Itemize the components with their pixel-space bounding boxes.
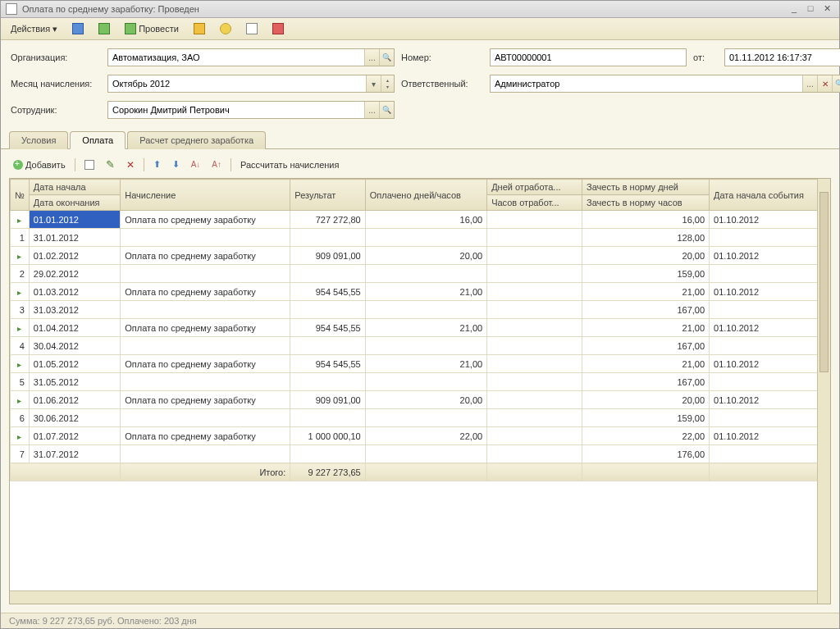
cell-paid[interactable]: 22,00: [365, 427, 486, 445]
cell-date-start[interactable]: 01.01.2012: [29, 211, 120, 229]
cell-hours-worked[interactable]: [487, 301, 582, 319]
cell-days-worked[interactable]: [487, 391, 582, 409]
cell-norm-hours[interactable]: 167,00: [582, 301, 710, 319]
cell-accrual[interactable]: Оплата по среднему заработку: [121, 355, 290, 373]
dropdown-button[interactable]: [366, 75, 381, 92]
table-row[interactable]: 331.03.2012167,00: [11, 301, 830, 319]
col-norm-hours[interactable]: Зачесть в норму часов: [582, 195, 710, 211]
col-accrual[interactable]: Начисление: [121, 180, 290, 211]
month-input[interactable]: [108, 75, 366, 92]
cell-norm-days[interactable]: 16,00: [582, 211, 710, 229]
tab-payment[interactable]: Оплата: [70, 131, 126, 149]
minimize-button[interactable]: _: [787, 3, 801, 15]
cell-days-worked[interactable]: [487, 247, 582, 265]
cell-hours-worked[interactable]: [487, 337, 582, 355]
col-hours-worked[interactable]: Часов отработ...: [487, 195, 582, 211]
table-row[interactable]: ▸01.05.2012Оплата по среднему заработку9…: [11, 355, 830, 373]
cell-num[interactable]: 3: [11, 301, 30, 319]
cell-date-start[interactable]: 01.05.2012: [29, 355, 120, 373]
cell-result[interactable]: 1 000 000,10: [290, 427, 365, 445]
delete-button[interactable]: ✕: [122, 157, 139, 173]
col-days-worked[interactable]: Дней отработа...: [487, 180, 582, 195]
actions-menu[interactable]: Действия ▾: [6, 21, 62, 37]
cell-date-end[interactable]: 31.05.2012: [29, 373, 120, 391]
cell-days-worked[interactable]: [487, 355, 582, 373]
cell-norm-hours[interactable]: 128,00: [582, 229, 710, 247]
select-button[interactable]: [802, 75, 817, 92]
accruals-table[interactable]: № Дата начала Начисление Результат Оплач…: [10, 179, 830, 481]
table-row[interactable]: ▸01.01.2012Оплата по среднему заработку7…: [11, 211, 830, 229]
cell-date-start[interactable]: 01.06.2012: [29, 391, 120, 409]
resp-field[interactable]: [490, 75, 840, 93]
add-row-button[interactable]: Добавить: [9, 157, 70, 172]
cell-num[interactable]: 7: [11, 445, 30, 463]
cell-accrual[interactable]: Оплата по среднему заработку: [121, 391, 290, 409]
cell-days-worked[interactable]: [487, 211, 582, 229]
cell-num[interactable]: 1: [11, 229, 30, 247]
cell-event-date[interactable]: 01.10.2012: [710, 283, 830, 301]
cell-norm-days[interactable]: 21,00: [582, 319, 710, 337]
table-row[interactable]: ▸01.07.2012Оплата по среднему заработку1…: [11, 427, 830, 445]
cell-event-date[interactable]: 01.10.2012: [710, 319, 830, 337]
close-button[interactable]: ✕: [819, 3, 834, 15]
table-row[interactable]: 131.01.2012128,00: [11, 229, 830, 247]
emp-input[interactable]: [108, 102, 364, 118]
copy-button[interactable]: [80, 157, 98, 172]
cell-norm-days[interactable]: 20,00: [582, 391, 710, 409]
cell-norm-days[interactable]: 21,00: [582, 355, 710, 373]
horizontal-scrollbar[interactable]: [10, 590, 817, 604]
table-row[interactable]: 531.05.2012167,00: [11, 373, 830, 391]
cell-days-worked[interactable]: [487, 427, 582, 445]
cell-result[interactable]: 909 091,00: [290, 247, 365, 265]
cell-date-start[interactable]: 01.02.2012: [29, 247, 120, 265]
cell-event-date[interactable]: 01.10.2012: [710, 391, 830, 409]
cell-norm-days[interactable]: 21,00: [582, 283, 710, 301]
table-row[interactable]: 731.07.2012176,00: [11, 445, 830, 463]
cell-norm-hours[interactable]: 159,00: [582, 409, 710, 427]
cell-norm-days[interactable]: 20,00: [582, 247, 710, 265]
org-input[interactable]: [108, 49, 364, 66]
post-button[interactable]: Провести: [120, 21, 184, 37]
num-field[interactable]: [490, 48, 687, 66]
cell-date-start[interactable]: 01.04.2012: [29, 319, 120, 337]
table-row[interactable]: 630.06.2012159,00: [11, 409, 830, 427]
num-input[interactable]: [491, 49, 686, 66]
cell-event-date[interactable]: 01.10.2012: [710, 211, 830, 229]
resp-input[interactable]: [491, 75, 802, 92]
move-down-button[interactable]: ⬇: [168, 157, 184, 172]
cell-date-start[interactable]: 01.07.2012: [29, 427, 120, 445]
tab-average[interactable]: Расчет среднего заработка: [127, 131, 266, 149]
col-event-date[interactable]: Дата начала события: [710, 180, 830, 211]
cell-paid[interactable]: 21,00: [365, 355, 486, 373]
cell-paid[interactable]: 20,00: [365, 247, 486, 265]
cell-num[interactable]: 4: [11, 337, 30, 355]
cell-hours-worked[interactable]: [487, 265, 582, 283]
cell-accrual[interactable]: Оплата по среднему заработку: [121, 319, 290, 337]
post-unpost-button[interactable]: [94, 21, 115, 37]
cell-event-date[interactable]: 01.10.2012: [710, 355, 830, 373]
table-row[interactable]: 430.04.2012167,00: [11, 337, 830, 355]
list-button[interactable]: [241, 21, 262, 37]
cell-date-end[interactable]: 30.06.2012: [29, 409, 120, 427]
select-button[interactable]: [364, 49, 379, 66]
cell-hours-worked[interactable]: [487, 445, 582, 463]
cell-num[interactable]: 6: [11, 409, 30, 427]
date-input[interactable]: [725, 49, 840, 66]
move-up-button[interactable]: ⬆: [149, 157, 165, 172]
cell-norm-hours[interactable]: 176,00: [582, 445, 710, 463]
cell-num[interactable]: 5: [11, 373, 30, 391]
sort-desc-button[interactable]: A↑: [208, 157, 226, 171]
search-button[interactable]: [379, 102, 394, 118]
cell-norm-hours[interactable]: 159,00: [582, 265, 710, 283]
dt-button[interactable]: [267, 21, 289, 37]
select-button[interactable]: [364, 102, 379, 118]
table-row[interactable]: 229.02.2012159,00: [11, 265, 830, 283]
table-row[interactable]: ▸01.04.2012Оплата по среднему заработку9…: [11, 319, 830, 337]
edit-button[interactable]: ✎: [102, 156, 119, 173]
cell-date-end[interactable]: 31.01.2012: [29, 229, 120, 247]
maximize-button[interactable]: □: [803, 3, 818, 15]
table-row[interactable]: ▸01.02.2012Оплата по среднему заработку9…: [11, 247, 830, 265]
cell-accrual[interactable]: Оплата по среднему заработку: [121, 247, 290, 265]
cell-date-end[interactable]: 29.02.2012: [29, 265, 120, 283]
help-button[interactable]: [215, 21, 236, 37]
